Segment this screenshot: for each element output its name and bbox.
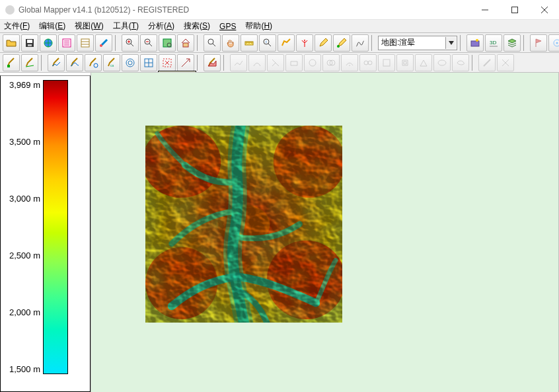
edit-shape-8-button — [359, 54, 377, 71]
save-button[interactable] — [21, 34, 38, 52]
menu-file[interactable]: 文件(F) — [4, 20, 30, 32]
minimize-button[interactable] — [470, 0, 500, 20]
draw-trace-button[interactable] — [85, 54, 102, 71]
terrain-layer — [145, 126, 342, 323]
edit-shape-4-button — [285, 54, 303, 71]
svg-rect-46 — [145, 126, 342, 323]
legend-tick: 3,969 m — [5, 80, 40, 90]
svg-rect-25 — [7, 65, 10, 67]
edit-tool-button[interactable] — [315, 34, 332, 52]
draw-polyline-button[interactable] — [48, 54, 65, 71]
menu-edit[interactable]: 编辑(E) — [39, 20, 65, 32]
edit-shape-3-button — [267, 54, 284, 71]
draw-arrow-button[interactable] — [177, 54, 194, 71]
profile-button[interactable] — [352, 34, 369, 52]
draw-freehand-button[interactable] — [66, 54, 83, 71]
svg-point-29 — [128, 61, 132, 65]
draw-point-button[interactable] — [3, 54, 20, 71]
legend-color-bar — [43, 80, 68, 374]
3d-view-button[interactable]: 3D — [485, 34, 502, 52]
svg-point-18 — [337, 45, 340, 48]
info-tool-button[interactable]: i — [259, 34, 276, 52]
draw-range-ring-button[interactable] — [122, 54, 139, 71]
svg-text:3D: 3D — [490, 40, 496, 46]
svg-rect-37 — [383, 59, 390, 66]
svg-text:ca: ca — [110, 63, 114, 67]
window-titlebar: Global Mapper v14.1 (b120512) - REGISTER… — [0, 0, 559, 20]
svg-point-26 — [94, 63, 98, 67]
home-view-button[interactable] — [177, 34, 194, 52]
draw-line-button[interactable] — [21, 54, 38, 71]
workspace: 3,969 m 3,500 m 3,000 m 2,500 m 2,000 m … — [0, 73, 559, 392]
svg-rect-2 — [27, 40, 32, 43]
window-title: Global Mapper v14.1 (b120512) - REGISTER… — [19, 5, 189, 15]
svg-point-13 — [208, 39, 213, 44]
menu-tools[interactable]: 工具(T) — [113, 20, 139, 32]
draw-grid-button[interactable] — [140, 54, 157, 71]
dropdown-arrow-icon — [445, 37, 456, 49]
svg-point-7 — [100, 44, 102, 47]
svg-text:i: i — [266, 40, 266, 44]
globe-download-button[interactable] — [40, 34, 57, 52]
svg-rect-0 — [511, 7, 517, 13]
legend-tick: 3,500 m — [5, 137, 40, 147]
map-canvas[interactable] — [91, 73, 558, 392]
export-image-button[interactable] — [466, 34, 484, 52]
open-file-button[interactable] — [3, 34, 20, 52]
zoom-tool-button[interactable] — [204, 34, 221, 52]
edit-shape-2-button — [248, 54, 266, 71]
edit-shape-12-button — [433, 54, 451, 71]
edit-shape-11-button — [415, 54, 432, 71]
svg-point-20 — [476, 39, 478, 42]
toolbar-row-2: ca 完整视图 — [0, 53, 559, 73]
svg-point-23 — [556, 42, 558, 44]
gps-flag-button[interactable] — [530, 34, 547, 52]
menu-search[interactable]: 搜索(S) — [184, 20, 210, 32]
maximize-button[interactable] — [500, 0, 529, 20]
menu-view[interactable]: 视图(W) — [75, 20, 103, 32]
map-mode-dropdown[interactable]: 地图:渲晕 — [378, 36, 457, 50]
edit-shape-7-button — [341, 54, 358, 71]
measure-tool-button[interactable] — [241, 34, 258, 52]
menu-help[interactable]: 帮助(H) — [245, 20, 272, 32]
edit-shape-6-button — [322, 54, 340, 71]
svg-rect-3 — [28, 44, 32, 46]
full-view-button[interactable]: 完整视图 — [159, 54, 176, 71]
svg-point-28 — [126, 59, 134, 67]
zoom-out-button[interactable] — [140, 34, 157, 52]
map-mode-value: 地图:渲晕 — [381, 37, 415, 48]
menu-gps[interactable]: GPS — [219, 22, 236, 31]
edit-shape-5-button — [304, 54, 321, 71]
menubar: 文件(F) 编辑(E) 视图(W) 工具(T) 分析(A) 搜索(S) GPS … — [0, 20, 559, 33]
draw-cogo-button[interactable]: ca — [103, 54, 120, 71]
svg-rect-19 — [471, 41, 479, 46]
settings-button[interactable] — [95, 34, 112, 52]
zoom-in-button[interactable] — [122, 34, 139, 52]
toolbar-row-1: i 地图:渲晕 3D — [0, 33, 559, 53]
layers-button[interactable] — [77, 34, 94, 52]
antenna-button[interactable] — [296, 34, 313, 52]
svg-point-38 — [438, 60, 446, 65]
properties-button[interactable] — [58, 34, 75, 52]
svg-point-17 — [304, 40, 305, 41]
legend-tick-labels: 3,969 m 3,500 m 3,000 m 2,500 m 2,000 m … — [5, 80, 43, 374]
edit-shape-14-button — [478, 54, 496, 71]
app-icon — [5, 5, 15, 15]
legend-tick: 3,000 m — [5, 194, 40, 204]
edit-shape-10-button — [396, 54, 414, 71]
vertex-edit-button[interactable] — [333, 34, 350, 52]
legend-tick: 2,500 m — [5, 251, 40, 260]
menu-analyze[interactable]: 分析(A) — [148, 20, 174, 32]
layer-stack-button[interactable] — [503, 34, 521, 52]
edit-shape-15-button — [497, 54, 514, 71]
edit-shape-9-button — [378, 54, 395, 71]
draw-area-tool-button[interactable] — [204, 54, 221, 71]
gps-track-button[interactable] — [548, 34, 559, 52]
svg-rect-6 — [81, 39, 89, 47]
legend-tick: 1,500 m — [5, 364, 40, 374]
edit-shape-13-button — [452, 54, 469, 71]
close-button[interactable] — [529, 0, 559, 20]
zoom-selection-button[interactable] — [159, 34, 176, 52]
pan-tool-button[interactable] — [222, 34, 239, 52]
draw-area-button[interactable] — [278, 34, 295, 52]
